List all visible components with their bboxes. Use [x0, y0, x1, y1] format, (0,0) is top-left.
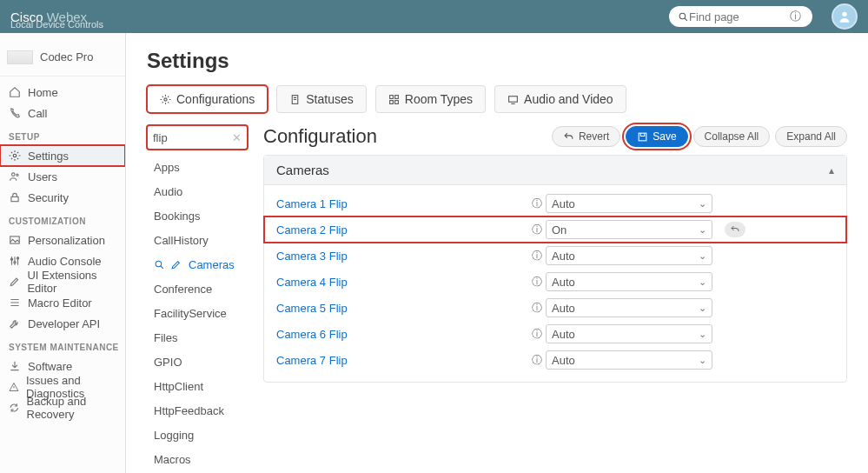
sidebar-item-call[interactable]: Call — [0, 103, 125, 123]
info-icon[interactable]: ⓘ — [528, 301, 546, 316]
alert-icon — [9, 381, 19, 393]
tab-label: Statuses — [306, 92, 353, 106]
sidebar-item-developer-api[interactable]: Developer API — [0, 313, 125, 334]
category-label: GPIO — [154, 356, 182, 369]
chevron-down-icon: ⌄ — [699, 329, 706, 340]
chevron-down-icon: ⌄ — [699, 224, 706, 236]
config-select[interactable]: Auto⌄ — [546, 272, 712, 291]
category-label: HttpFeedback — [154, 404, 224, 417]
info-icon[interactable]: ⓘ — [528, 275, 546, 290]
category-label: CallHistory — [154, 234, 209, 247]
undo-icon — [730, 224, 740, 235]
config-label[interactable]: Camera 5 Flip — [276, 302, 528, 315]
category-item[interactable]: FacilityService — [147, 301, 248, 325]
top-header: Cisco Webex ⓘ — [0, 0, 868, 33]
save-label: Save — [653, 130, 676, 143]
tab-label: Room Types — [405, 92, 473, 106]
sidebar-item-label: Software — [28, 360, 72, 373]
undo-button[interactable] — [725, 222, 745, 237]
category-item[interactable]: Macros — [147, 447, 248, 471]
config-select[interactable]: Auto⌄ — [546, 324, 712, 343]
category-item[interactable]: Bookings — [147, 203, 248, 228]
category-item[interactable]: Files — [147, 325, 248, 350]
config-label[interactable]: Camera 2 Flip — [276, 223, 528, 236]
sidebar-item-users[interactable]: Users — [0, 166, 125, 187]
category-item[interactable]: Logging — [147, 423, 248, 447]
category-label: HttpClient — [154, 380, 203, 393]
image-icon — [9, 234, 21, 246]
config-select[interactable]: Auto⌄ — [546, 246, 712, 265]
config-row: Camera 6 FlipⓘAuto⌄ — [264, 321, 846, 347]
find-page-input[interactable] — [689, 10, 785, 23]
user-avatar[interactable] — [832, 3, 858, 30]
sidebar-item-label: Security — [28, 191, 69, 204]
chevron-down-icon: ⌄ — [699, 198, 706, 210]
config-select[interactable]: Auto⌄ — [546, 350, 712, 370]
sidebar-item-backup[interactable]: Backup and Recovery — [0, 397, 125, 418]
config-select[interactable]: Auto⌄ — [546, 298, 712, 317]
clear-icon[interactable]: ✕ — [232, 131, 242, 144]
filter-input[interactable] — [153, 131, 222, 144]
collapse-all-button[interactable]: Collapse All — [693, 126, 771, 147]
config-select[interactable]: Auto⌄ — [546, 194, 712, 213]
sidebar-item-security[interactable]: Security — [0, 187, 125, 208]
category-item[interactable]: Conference — [147, 276, 248, 301]
find-page-search[interactable]: ⓘ — [669, 6, 812, 27]
info-icon[interactable]: ⓘ — [528, 327, 546, 342]
filter-search[interactable]: ✕ — [147, 125, 248, 150]
revert-button[interactable]: Revert — [552, 126, 620, 147]
users-icon — [9, 170, 21, 183]
document-icon — [289, 94, 301, 105]
panel-header[interactable]: Cameras ▴ — [264, 156, 846, 185]
svg-rect-15 — [389, 100, 393, 103]
info-icon[interactable]: ⓘ — [528, 249, 546, 263]
device-row[interactable]: Codec Pro — [0, 38, 125, 77]
chevron-down-icon: ⌄ — [699, 355, 706, 366]
config-label[interactable]: Camera 3 Flip — [276, 250, 528, 263]
sidebar-item-macro-editor[interactable]: Macro Editor — [0, 292, 125, 313]
tab-statuses[interactable]: Statuses — [276, 85, 366, 113]
category-item[interactable]: Audio — [147, 179, 248, 203]
config-row: Camera 1 FlipⓘAuto⌄ — [264, 190, 846, 217]
info-icon[interactable]: ⓘ — [528, 197, 546, 211]
info-icon[interactable]: ⓘ — [528, 353, 546, 368]
save-button[interactable]: Save — [626, 126, 687, 147]
svg-point-18 — [156, 261, 162, 267]
category-item[interactable]: HttpFeedback — [147, 398, 248, 423]
sidebar-item-settings[interactable]: Settings — [0, 145, 125, 166]
configuration-rows: Camera 1 FlipⓘAuto⌄Camera 2 FlipⓘOn⌄Came… — [264, 185, 846, 382]
tv-icon — [507, 94, 519, 105]
config-label[interactable]: Camera 4 Flip — [276, 276, 528, 289]
sidebar-item-personalization[interactable]: Personalization — [0, 230, 125, 250]
config-label[interactable]: Camera 1 Flip — [276, 197, 528, 210]
download-icon — [9, 360, 21, 372]
edit-icon — [170, 259, 182, 270]
category-item[interactable]: Cameras — [147, 252, 248, 276]
expand-all-button[interactable]: Expand All — [775, 126, 847, 147]
category-item[interactable]: HttpClient — [147, 374, 248, 398]
help-icon[interactable]: ⓘ — [790, 9, 801, 24]
config-select[interactable]: On⌄ — [546, 220, 712, 239]
category-item[interactable]: Apps — [147, 155, 248, 179]
category-label: Audio — [154, 185, 182, 198]
config-label[interactable]: Camera 7 Flip — [276, 354, 528, 367]
svg-point-2 — [842, 12, 846, 17]
sidebar-item-home[interactable]: Home — [0, 82, 125, 103]
sidebar-item-label: Users — [28, 170, 57, 183]
sidebar-item-ui-extensions[interactable]: UI Extensions Editor — [0, 271, 125, 292]
save-icon — [637, 131, 648, 143]
config-value: Auto — [552, 197, 575, 210]
category-list: AppsAudioBookingsCallHistoryCamerasConfe… — [147, 155, 248, 473]
tab-room-types[interactable]: Room Types — [375, 85, 486, 113]
refresh-icon — [9, 402, 20, 414]
tab-audio-video[interactable]: Audio and Video — [494, 85, 626, 113]
info-icon[interactable]: ⓘ — [528, 223, 546, 237]
sliders-icon — [9, 255, 21, 267]
config-label[interactable]: Camera 6 Flip — [276, 328, 528, 341]
category-item[interactable]: CallHistory — [147, 228, 248, 252]
tab-configurations[interactable]: Configurations — [147, 85, 268, 113]
sidebar-item-label: Call — [28, 107, 47, 120]
tab-label: Audio and Video — [524, 92, 613, 106]
main-area: Settings Configurations Statuses Room Ty… — [126, 33, 868, 473]
category-item[interactable]: GPIO — [147, 350, 248, 374]
